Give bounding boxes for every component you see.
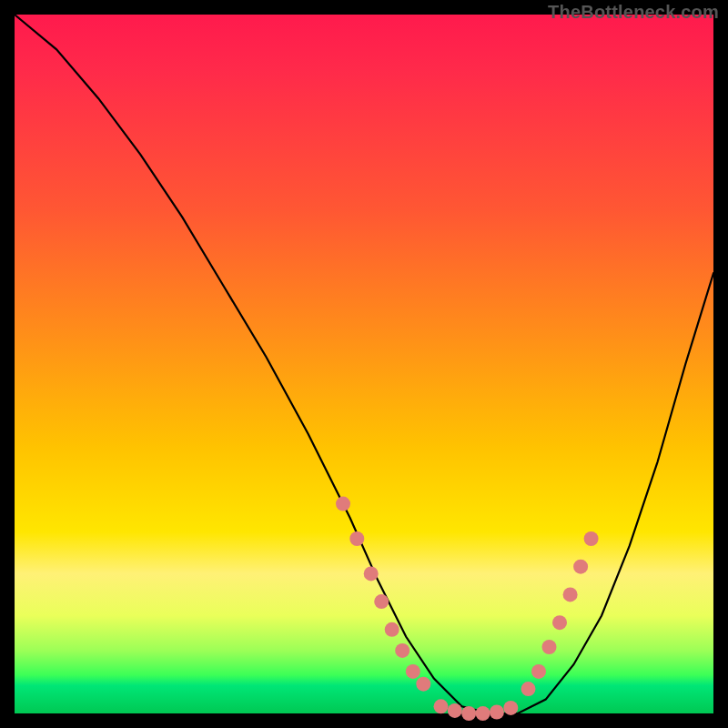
data-marker: [584, 531, 599, 546]
data-marker: [349, 531, 364, 546]
data-marker: [448, 703, 462, 718]
data-marker: [395, 643, 410, 658]
bottleneck-curve: [15, 15, 713, 713]
data-marker: [542, 640, 557, 654]
data-marker: [434, 699, 449, 713]
data-marker: [461, 706, 476, 721]
data-marker: [336, 497, 350, 511]
data-marker: [531, 664, 546, 679]
data-marker: [385, 622, 399, 637]
data-marker: [490, 705, 504, 720]
markers-right-ascent: [521, 531, 599, 696]
curve-line: [15, 15, 713, 713]
watermark-text: TheBottleneck.com: [548, 2, 719, 23]
markers-left-descent: [336, 497, 430, 692]
data-marker: [476, 706, 490, 721]
chart-frame: TheBottleneck.com: [0, 0, 728, 728]
data-marker: [552, 615, 567, 630]
data-marker: [503, 701, 518, 715]
data-marker: [416, 677, 430, 692]
data-marker: [364, 566, 379, 581]
data-marker: [374, 594, 389, 609]
data-marker: [563, 587, 578, 602]
data-marker: [406, 664, 420, 679]
chart-svg: [15, 15, 713, 713]
data-marker: [573, 560, 588, 574]
data-marker: [521, 682, 536, 696]
